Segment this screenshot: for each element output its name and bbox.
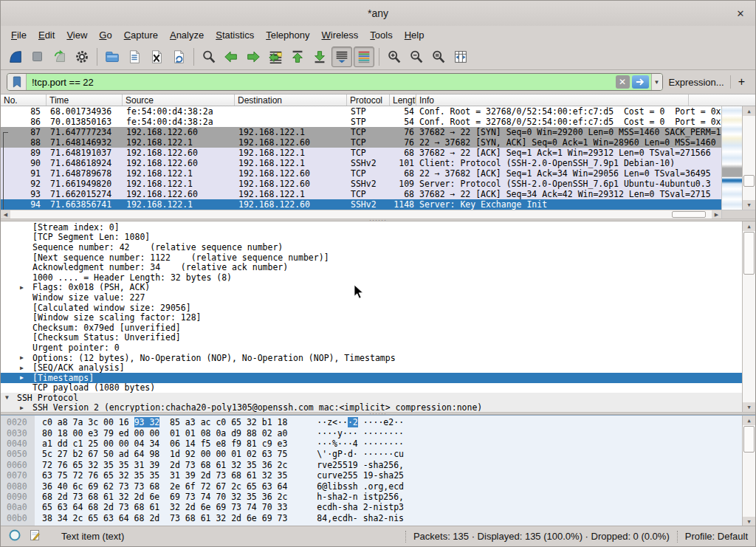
table-row[interactable]: 9371.662015274192.168.122.60192.168.122.… bbox=[1, 189, 723, 199]
packet-list-vscrollbar[interactable]: ▲ ▼ bbox=[742, 106, 755, 210]
filter-apply-icon[interactable] bbox=[632, 75, 649, 89]
scroll-up-icon[interactable]: ▲ bbox=[743, 416, 755, 425]
hex-row[interactable]: 006072 76 65 32 35 35 31 39 2d 73 68 61 … bbox=[1, 460, 742, 470]
hex-row[interactable]: 00505c 27 b2 67 50 ad 64 98 1d 92 00 00 … bbox=[1, 449, 742, 459]
scrollbar-thumb[interactable] bbox=[743, 426, 755, 453]
table-row[interactable]: 8771.647777234192.168.122.60192.168.122.… bbox=[1, 127, 723, 137]
close-icon[interactable]: ✕ bbox=[735, 7, 746, 19]
restart-capture-icon[interactable] bbox=[49, 47, 70, 67]
detail-line[interactable]: ▶[SEQ/ACK analysis] bbox=[1, 362, 742, 373]
go-back-icon[interactable] bbox=[221, 47, 241, 67]
column-header-protocol[interactable]: Protocol bbox=[347, 94, 390, 106]
detail-line[interactable]: Checksum: 0x79ed [unverified] bbox=[1, 323, 742, 333]
hex-row[interactable]: 0020c0 a8 7a 3c 00 16 93 32 85 a3 ac c0 … bbox=[1, 417, 742, 427]
profile-label[interactable]: Profile: Default bbox=[685, 531, 748, 542]
zoom-reset-icon[interactable] bbox=[428, 47, 449, 67]
detail-line[interactable]: ▶Flags: 0x018 (PSH, ACK) bbox=[1, 283, 742, 293]
auto-scroll-icon[interactable] bbox=[331, 47, 352, 67]
scroll-down-icon[interactable]: ▼ bbox=[743, 517, 755, 526]
scroll-up-icon[interactable]: ▲ bbox=[743, 221, 755, 231]
expander-icon[interactable]: ▶ bbox=[20, 365, 29, 371]
scroll-up-icon[interactable]: ▲ bbox=[743, 106, 755, 116]
detail-line[interactable]: 1000 .... = Header Length: 32 bytes (8) bbox=[1, 272, 742, 283]
filter-history-caret-icon[interactable]: ▼ bbox=[651, 74, 662, 90]
menu-wireless[interactable]: Wireless bbox=[316, 28, 365, 42]
open-file-icon[interactable] bbox=[102, 47, 123, 67]
detail-line[interactable]: [TCP Segment Len: 1080] bbox=[1, 233, 742, 243]
packet-list-hscrollbar[interactable]: ◀ ▶ bbox=[1, 210, 755, 219]
detail-line[interactable]: Acknowledgment number: 34 (relative ack … bbox=[1, 262, 742, 272]
details-vscrollbar[interactable]: ▲ ▼ bbox=[742, 221, 755, 412]
close-file-icon[interactable] bbox=[146, 47, 167, 67]
detail-line[interactable]: [Next sequence number: 1122 (relative se… bbox=[1, 252, 742, 263]
table-row[interactable]: 9071.648618924192.168.122.60192.168.122.… bbox=[1, 158, 723, 168]
hex-row[interactable]: 007063 75 72 76 65 32 35 35 31 39 2d 73 … bbox=[1, 470, 742, 481]
detail-line-selected[interactable]: ▶[Timestamps] bbox=[1, 373, 742, 383]
menu-analyze[interactable]: Analyze bbox=[164, 28, 210, 42]
detail-line[interactable]: Urgent pointer: 0 bbox=[1, 343, 742, 353]
menu-edit[interactable]: Edit bbox=[32, 28, 61, 42]
menu-tools[interactable]: Tools bbox=[364, 28, 398, 42]
column-header-destination[interactable]: Destination bbox=[235, 94, 347, 106]
column-header-time[interactable]: Time bbox=[47, 94, 123, 106]
go-forward-icon[interactable] bbox=[243, 47, 264, 67]
menu-help[interactable]: Help bbox=[399, 28, 430, 42]
table-row[interactable]: 8568.001734936fe:54:00:d4:38:2aSTP54Conf… bbox=[1, 106, 723, 117]
expression-button[interactable]: Expression... bbox=[669, 77, 724, 88]
hex-row[interactable]: 00a065 63 64 68 2d 73 68 61 32 2d 6e 69 … bbox=[1, 502, 742, 512]
column-header-source[interactable]: Source bbox=[123, 94, 235, 106]
menu-telephony[interactable]: Telephony bbox=[260, 28, 315, 42]
zoom-in-icon[interactable] bbox=[384, 47, 405, 67]
scrollbar-thumb[interactable] bbox=[672, 211, 706, 218]
expert-info-icon[interactable] bbox=[8, 529, 21, 544]
menu-file[interactable]: File bbox=[5, 28, 32, 42]
column-header-info[interactable]: Info bbox=[416, 94, 689, 106]
detail-line[interactable]: [Checksum Status: Unverified] bbox=[1, 333, 742, 343]
detail-line[interactable]: ▶SSH Version 2 (encryption:chacha20-poly… bbox=[1, 403, 742, 412]
capture-comment-icon[interactable] bbox=[29, 529, 41, 544]
add-filter-button[interactable]: + bbox=[737, 75, 749, 89]
colorize-icon[interactable] bbox=[354, 47, 374, 67]
detail-line[interactable]: [Stream index: 0] bbox=[1, 222, 742, 233]
capture-options-icon[interactable] bbox=[72, 47, 92, 67]
go-to-bottom-icon[interactable] bbox=[309, 47, 330, 67]
go-to-top-icon[interactable] bbox=[287, 47, 308, 67]
detail-line[interactable]: Window size value: 227 bbox=[1, 292, 742, 303]
scroll-down-icon[interactable]: ▼ bbox=[743, 200, 755, 210]
scroll-down-icon[interactable]: ▼ bbox=[743, 402, 755, 412]
table-row[interactable]: 9271.661949820192.168.122.1192.168.122.6… bbox=[1, 179, 723, 189]
expander-icon[interactable]: ▶ bbox=[20, 284, 29, 291]
detail-line[interactable]: TCP payload (1080 bytes) bbox=[1, 383, 742, 393]
hex-row[interactable]: 009068 2d 73 68 61 32 2d 6e 69 73 74 70 … bbox=[1, 492, 742, 502]
hex-row[interactable]: 003080 18 00 e3 79 ed 00 00 01 01 08 0a … bbox=[1, 427, 742, 438]
resize-columns-icon[interactable] bbox=[450, 47, 471, 67]
expander-icon[interactable]: ▶ bbox=[20, 405, 29, 411]
table-row[interactable]: 8670.013850163fe:54:00:d4:38:2aSTP54Conf… bbox=[1, 117, 723, 127]
hex-row[interactable]: 0040a1 dd c1 25 00 00 04 34 06 14 f5 e8 … bbox=[1, 438, 742, 449]
reload-file-icon[interactable] bbox=[168, 47, 189, 67]
scrollbar-thumb[interactable] bbox=[743, 232, 755, 275]
scroll-left-icon[interactable]: ◀ bbox=[1, 210, 10, 219]
table-row[interactable]: 8871.648146932192.168.122.1192.168.122.6… bbox=[1, 137, 723, 148]
filter-bookmark-icon[interactable] bbox=[7, 74, 27, 90]
display-filter-input[interactable]: !tcp.port == 22 bbox=[27, 74, 616, 90]
scrollbar-thumb[interactable] bbox=[743, 175, 755, 187]
table-row[interactable]: 8971.648191037192.168.122.60192.168.122.… bbox=[1, 148, 723, 158]
go-to-packet-icon[interactable] bbox=[265, 47, 286, 67]
hex-row[interactable]: 00b038 34 2c 65 63 64 68 2d 73 68 61 32 … bbox=[1, 513, 742, 523]
detail-line[interactable]: Sequence number: 42 (relative sequence n… bbox=[1, 242, 742, 252]
hex-vscrollbar[interactable]: ▲ ▼ bbox=[742, 416, 755, 526]
start-capture-icon[interactable] bbox=[5, 47, 26, 67]
menu-view[interactable]: View bbox=[61, 28, 93, 42]
save-file-icon[interactable] bbox=[124, 47, 145, 67]
detail-line[interactable]: ▼SSH Protocol bbox=[1, 393, 742, 403]
column-header-no[interactable]: No. bbox=[1, 94, 47, 106]
menu-go[interactable]: Go bbox=[93, 28, 117, 42]
table-row[interactable]: 9171.648789678192.168.122.1192.168.122.6… bbox=[1, 168, 723, 179]
zoom-out-icon[interactable] bbox=[406, 47, 427, 67]
stop-capture-icon[interactable] bbox=[27, 47, 48, 67]
expander-icon[interactable]: ▼ bbox=[5, 394, 14, 401]
expander-icon[interactable]: ▶ bbox=[20, 354, 29, 361]
detail-line[interactable]: ▶Options: (12 bytes), No-Operation (NOP)… bbox=[1, 353, 742, 363]
expander-icon[interactable]: ▶ bbox=[20, 374, 29, 381]
